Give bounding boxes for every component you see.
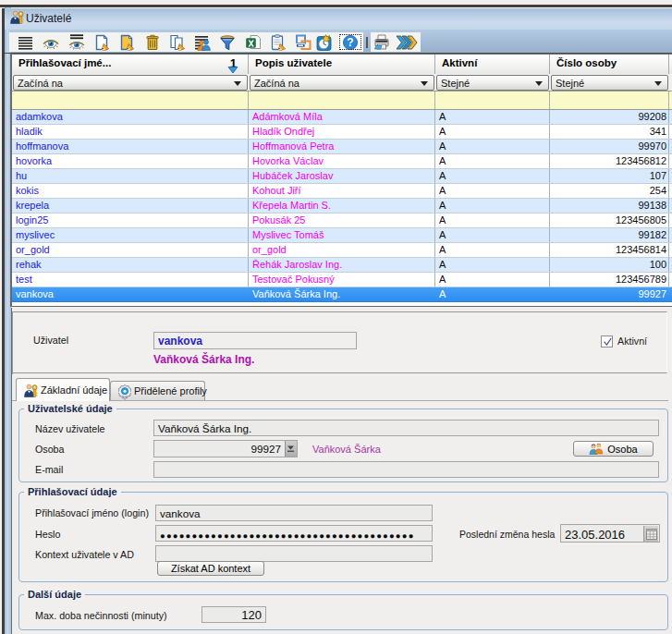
svg-text:?: ? bbox=[347, 36, 353, 49]
